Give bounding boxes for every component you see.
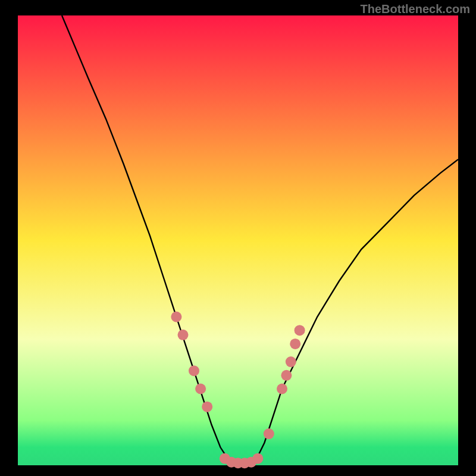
marker-dot <box>195 384 206 394</box>
marker-dot <box>178 330 189 340</box>
marker-dot <box>277 384 287 394</box>
marker-dot <box>295 325 305 336</box>
marker-dot <box>281 370 292 381</box>
chart-svg <box>0 0 476 476</box>
marker-dot <box>202 402 212 412</box>
marker-dot <box>252 453 263 464</box>
marker-dot <box>171 312 181 322</box>
marker-dot <box>189 365 199 376</box>
chart-stage: TheBottleneck.com <box>0 0 476 476</box>
marker-dot <box>286 356 296 367</box>
plot-area <box>18 15 458 465</box>
marker-dot <box>290 339 300 349</box>
marker-dot <box>264 428 274 439</box>
watermark-text: TheBottleneck.com <box>361 2 470 16</box>
